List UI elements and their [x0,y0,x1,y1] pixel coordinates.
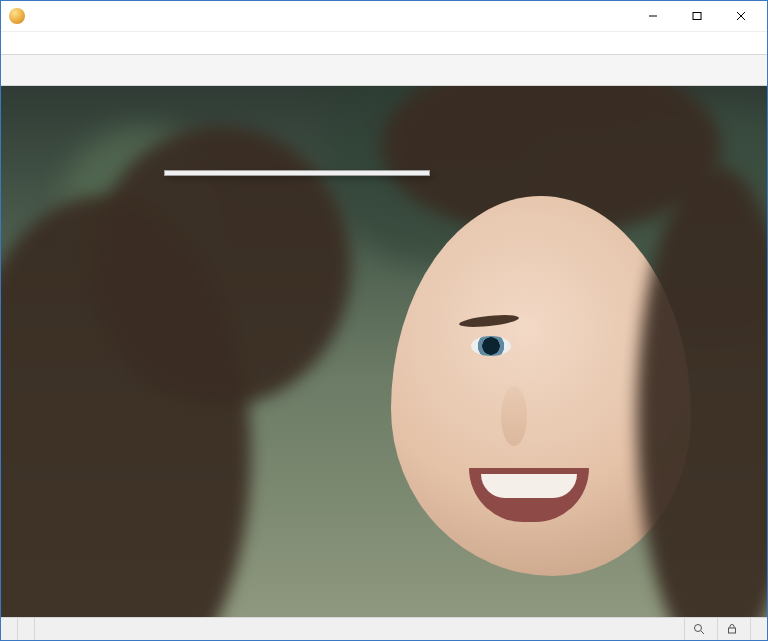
app-icon [9,8,25,24]
status-dimensions [18,618,35,640]
context-menu [164,170,430,176]
close-button[interactable] [719,2,763,30]
status-format [35,618,685,640]
minimize-button[interactable] [631,2,675,30]
status-zoom [685,618,718,640]
svg-rect-2 [729,628,736,633]
toolbar [1,54,767,86]
title-bar [1,1,767,31]
photo-placeholder [1,86,767,617]
status-index [1,618,18,640]
status-loadtime [751,618,767,640]
lock-icon [726,623,738,635]
status-profile [718,618,751,640]
menubar [1,31,767,54]
status-bar [1,617,767,640]
zoom-icon [693,623,705,635]
svg-point-1 [695,625,702,632]
maximize-button[interactable] [675,2,719,30]
svg-rect-0 [693,13,701,20]
image-canvas[interactable] [1,86,767,617]
